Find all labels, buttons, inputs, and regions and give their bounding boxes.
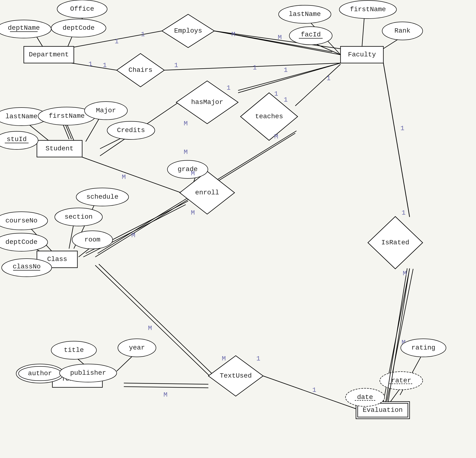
svg-text:M: M (403, 270, 407, 277)
svg-text:1: 1 (400, 125, 405, 132)
svg-text:1: 1 (327, 75, 331, 82)
svg-text:1: 1 (103, 62, 107, 69)
attr-facid-label: facId (301, 31, 321, 38)
attr-rank-label: Rank (394, 27, 410, 34)
svg-line-73 (383, 63, 409, 217)
svg-text:1: 1 (89, 60, 93, 68)
svg-line-46 (95, 265, 210, 376)
attr-fac-firstname-label: firstName (350, 6, 386, 13)
svg-line-14 (71, 63, 117, 70)
svg-text:1: 1 (115, 38, 119, 45)
attr-fac-lastname-label: lastName (289, 10, 321, 18)
relation-enroll-label: enroll (195, 189, 219, 196)
svg-text:M: M (222, 355, 226, 362)
svg-text:M: M (131, 232, 136, 239)
attr-cls-deptcode-label: deptCode (6, 238, 37, 246)
relation-chairs-label: Chairs (128, 66, 153, 74)
svg-text:1: 1 (256, 355, 261, 362)
svg-text:M: M (191, 209, 195, 217)
svg-text:M: M (148, 325, 152, 332)
attr-stuid-label: stuId (7, 136, 27, 143)
attr-office-label: Office (70, 5, 94, 13)
entity-class-label: Class (47, 256, 67, 263)
entity-department-label: Department (29, 51, 69, 58)
svg-line-34 (79, 156, 181, 193)
svg-text:1: 1 (402, 209, 406, 217)
attr-stu-firstname-label: firstName (49, 112, 85, 120)
attr-rater-label: rater (391, 377, 411, 384)
attr-deptcode-dept-label: deptCode (63, 24, 94, 32)
svg-text:1: 1 (274, 90, 278, 98)
attr-author-label: author (28, 370, 52, 377)
relation-israted-label: IsRated (381, 239, 409, 246)
svg-line-22 (67, 124, 74, 140)
relation-teaches-label: teaches (255, 113, 283, 120)
attr-classno-label: classNo (13, 263, 41, 270)
svg-text:1: 1 (284, 96, 288, 103)
svg-text:M: M (231, 31, 236, 38)
svg-line-43 (69, 223, 74, 249)
attr-schedule-label: schedule (86, 193, 118, 200)
svg-line-16 (164, 63, 340, 70)
svg-text:M: M (191, 170, 195, 177)
svg-text:M: M (184, 149, 188, 156)
svg-line-52 (117, 355, 133, 371)
attr-room-label: room (84, 236, 100, 243)
svg-line-56 (263, 376, 357, 409)
attr-deptname-label: deptName (8, 24, 40, 32)
svg-text:M: M (274, 133, 278, 140)
attr-rating-label: rating (411, 344, 435, 351)
entity-evaluation-label: Evaluation (363, 406, 403, 414)
attr-credits-label: Credits (117, 126, 145, 134)
svg-text:1: 1 (253, 64, 257, 71)
attr-section-label: section (65, 213, 93, 221)
svg-text:M: M (122, 174, 126, 181)
attr-title-label: title (64, 346, 84, 354)
svg-line-59 (391, 389, 400, 402)
attr-year-label: year (129, 344, 145, 351)
attr-stu-lastname-label: lastName (6, 113, 37, 120)
svg-text:M: M (164, 391, 168, 399)
entity-student-label: Student (45, 145, 74, 152)
attr-courseno-label: courseNo (6, 217, 37, 224)
relation-textused-label: TextUsed (220, 372, 252, 380)
entity-faculty-label: Faculty (348, 51, 376, 58)
svg-text:1: 1 (284, 66, 288, 74)
svg-line-54 (124, 387, 208, 388)
svg-line-53 (124, 383, 208, 384)
svg-text:M: M (278, 34, 282, 41)
svg-text:1: 1 (174, 62, 178, 69)
svg-text:1: 1 (227, 84, 231, 92)
relation-hasmajor-label: hasMajor (191, 99, 223, 106)
svg-text:1: 1 (312, 386, 316, 394)
svg-line-11 (362, 17, 364, 48)
svg-text:M: M (184, 120, 188, 127)
attr-publisher-label: publisher (70, 369, 106, 377)
svg-line-47 (99, 264, 213, 375)
svg-line-29 (295, 64, 340, 106)
relation-employs-label: Employs (174, 27, 202, 34)
attr-date-label: date (357, 393, 373, 401)
svg-text:1: 1 (141, 31, 145, 38)
attr-major-label: Major (96, 107, 116, 114)
